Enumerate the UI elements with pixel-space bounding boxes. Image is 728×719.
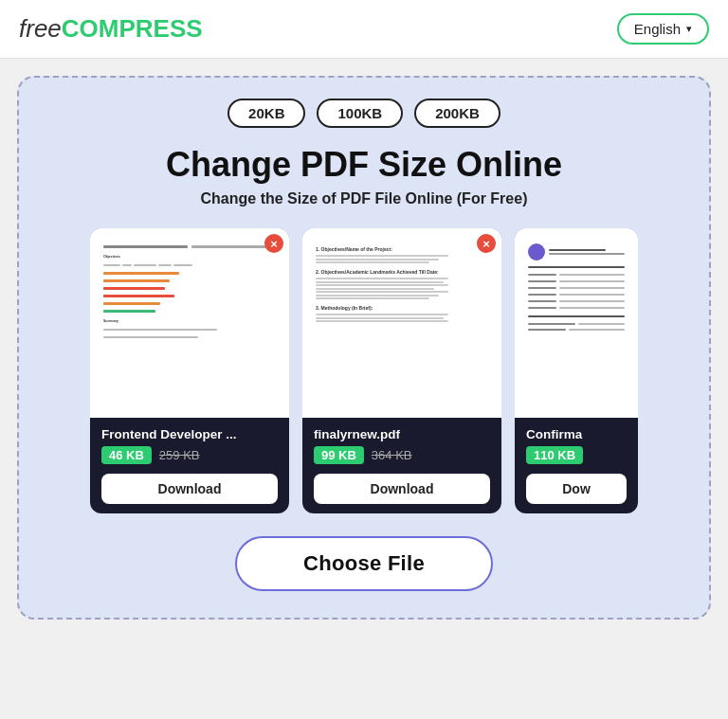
card-new-size-3: 110 KB bbox=[526, 446, 583, 464]
card-sizes-1: 46 KB 259 KB bbox=[101, 446, 278, 464]
close-button-2[interactable]: × bbox=[477, 234, 496, 253]
pdf3-logo bbox=[528, 243, 545, 261]
download-button-3[interactable]: Dow bbox=[526, 474, 627, 504]
card-info-2: finalyrnew.pdf 99 KB 364 KB Download bbox=[302, 418, 501, 513]
file-card-2: 1. Objectives/Name of the Project: 2. Ob… bbox=[302, 228, 501, 513]
pdf-thumbnail-2: 1. Objectives/Name of the Project: 2. Ob… bbox=[302, 228, 501, 418]
card-filename-2: finalyrnew.pdf bbox=[314, 427, 490, 441]
file-card-3: Confirma 110 KB Dow bbox=[515, 228, 638, 513]
language-selector[interactable]: English ▾ bbox=[617, 13, 709, 45]
size-pill-100kb[interactable]: 100KB bbox=[317, 99, 403, 128]
card-new-size-2: 99 KB bbox=[314, 446, 364, 464]
size-pill-200kb[interactable]: 200KB bbox=[414, 99, 500, 128]
main-content: 20KB 100KB 200KB Change PDF Size Online … bbox=[0, 59, 728, 640]
close-button-1[interactable]: × bbox=[264, 234, 283, 253]
logo-compress: COMPRESS bbox=[62, 14, 203, 43]
language-label: English bbox=[634, 21, 681, 37]
logo-free: free bbox=[19, 14, 62, 43]
page-title: Change PDF Size Online bbox=[166, 145, 562, 185]
card-sizes-3: 110 KB bbox=[526, 446, 627, 464]
card-filename-3: Confirma bbox=[526, 427, 627, 441]
chevron-down-icon: ▾ bbox=[686, 23, 692, 35]
file-card-1: Objectives bbox=[90, 228, 289, 513]
logo: freeCOMPRESS bbox=[19, 14, 203, 44]
download-button-2[interactable]: Download bbox=[314, 474, 490, 504]
card-old-size-1: 259 KB bbox=[159, 448, 200, 462]
card-preview-3 bbox=[515, 228, 638, 418]
pdf-thumbnail-1: Objectives bbox=[90, 228, 289, 418]
page-subtitle: Change the Size of PDF File Online (For … bbox=[201, 190, 528, 207]
pdf-thumbnail-3 bbox=[515, 228, 638, 418]
header: freeCOMPRESS English ▾ bbox=[0, 0, 728, 59]
card-preview-1: Objectives bbox=[90, 228, 289, 418]
card-sizes-2: 99 KB 364 KB bbox=[314, 446, 490, 464]
download-button-1[interactable]: Download bbox=[101, 474, 278, 504]
file-cards-row: Objectives bbox=[34, 228, 694, 513]
size-pills-row: 20KB 100KB 200KB bbox=[228, 99, 500, 128]
choose-file-button[interactable]: Choose File bbox=[235, 536, 493, 591]
size-pill-20kb[interactable]: 20KB bbox=[228, 99, 305, 128]
upload-area: 20KB 100KB 200KB Change PDF Size Online … bbox=[17, 76, 711, 620]
card-preview-2: 1. Objectives/Name of the Project: 2. Ob… bbox=[302, 228, 501, 418]
card-filename-1: Frontend Developer ... bbox=[101, 427, 278, 441]
card-new-size-1: 46 KB bbox=[101, 446, 152, 464]
card-info-3: Confirma 110 KB Dow bbox=[515, 418, 638, 513]
card-old-size-2: 364 KB bbox=[372, 448, 412, 462]
card-info-1: Frontend Developer ... 46 KB 259 KB Down… bbox=[90, 418, 289, 513]
